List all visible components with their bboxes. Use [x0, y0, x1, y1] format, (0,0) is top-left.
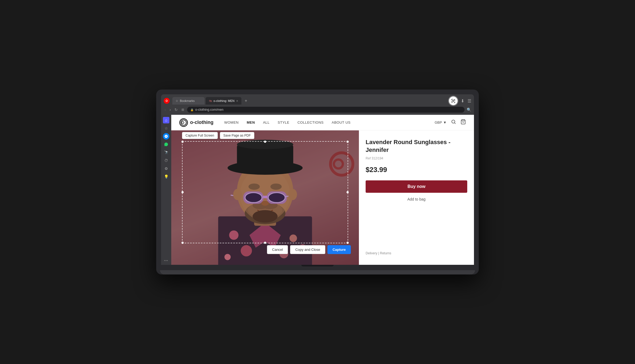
nav-collections[interactable]: COLLECTIONS [297, 120, 323, 124]
active-tab[interactable]: 🛍 o-clothing: MEN ✕ [206, 97, 241, 105]
laptop-screen: O ☆ Bookmarks 🛍 o-clothing: MEN ✕ + [161, 94, 474, 265]
bookmarks-tab-icon: ☆ [176, 99, 178, 103]
handle-bottom-center[interactable] [264, 242, 266, 244]
handle-middle-left[interactable] [181, 191, 184, 193]
new-tab-button[interactable]: + [242, 98, 249, 103]
capture-selection-box[interactable] [182, 141, 348, 243]
nav-all[interactable]: ALL [263, 120, 270, 124]
svg-point-11 [241, 245, 252, 256]
opera-sidebar: ⌂ ☆ 🔭 ⏱ ⚙ 💡 ••• [161, 115, 171, 265]
laptop-camera-notch [301, 265, 334, 266]
handle-bottom-left[interactable] [181, 242, 184, 244]
currency-arrow: ▼ [443, 120, 447, 124]
laptop-frame: O ☆ Bookmarks 🛍 o-clothing: MEN ✕ + [156, 90, 479, 274]
product-footer: Delivery | Returns [366, 246, 467, 255]
svg-point-2 [182, 122, 184, 124]
handle-top-left[interactable] [181, 141, 184, 143]
opera-icon: O [164, 98, 170, 104]
address-text: o-clothing.com/men [195, 108, 223, 112]
product-image-section: Capture Full Screen Save Page as PDF [171, 130, 359, 265]
download-icon[interactable]: ⬇ [461, 98, 464, 104]
buy-now-button[interactable]: Buy now [366, 180, 467, 193]
svg-point-0 [452, 100, 454, 101]
site-logo[interactable]: o-clothing [179, 118, 213, 127]
svg-point-13 [224, 254, 231, 260]
copy-close-button[interactable]: Copy and Close [290, 245, 325, 254]
sidebar-home-icon[interactable]: ⌂ [163, 117, 169, 123]
nav-style[interactable]: STYLE [278, 120, 290, 124]
nav-men[interactable]: MEN [247, 120, 255, 124]
cancel-button[interactable]: Cancel [267, 245, 288, 254]
capture-actions: Cancel Copy and Close Capture [267, 245, 351, 254]
lock-icon: 🔒 [190, 108, 194, 111]
nav-links: WOMEN MEN ALL STYLE COLLECTIONS ABOUT US [224, 120, 435, 124]
search-icon[interactable]: 🔍 [467, 108, 471, 112]
capture-button[interactable]: Capture [327, 245, 351, 254]
logo-icon [179, 118, 188, 127]
laptop-bottom-bezel [161, 265, 474, 270]
extensions-button[interactable]: ⊞ [181, 107, 185, 112]
product-ref: Ref 312/194 [366, 156, 467, 160]
sidebar-clock-icon[interactable]: ⏱ [163, 157, 169, 164]
search-nav-icon[interactable] [451, 119, 456, 126]
browser-chrome: O ☆ Bookmarks 🛍 o-clothing: MEN ✕ + [161, 94, 474, 115]
bookmarks-tab[interactable]: ☆ Bookmarks [172, 97, 205, 105]
screenshot-button[interactable] [449, 97, 458, 105]
content-area: ⌂ ☆ 🔭 ⏱ ⚙ 💡 ••• [161, 115, 474, 265]
currency-selector[interactable]: GBP ▼ [435, 120, 447, 124]
currency-label: GBP [435, 120, 442, 124]
tabs-row: O ☆ Bookmarks 🛍 o-clothing: MEN ✕ + [164, 97, 471, 105]
menu-icon[interactable]: ☰ [468, 98, 471, 104]
back-button[interactable]: ‹ [164, 107, 167, 113]
sidebar-history-icon[interactable]: 🔭 [163, 149, 169, 156]
forward-button[interactable]: › [169, 107, 172, 113]
handle-top-center[interactable] [264, 141, 266, 143]
sidebar-settings-icon[interactable]: ⚙ [163, 165, 169, 172]
add-to-bag-link[interactable]: Add to bag [366, 195, 467, 203]
svg-point-3 [452, 120, 455, 123]
save-pdf-button[interactable]: Save Page as PDF [220, 132, 254, 139]
sidebar-idea-icon[interactable]: 💡 [163, 173, 169, 180]
active-tab-icon: 🛍 [209, 99, 212, 102]
cart-icon[interactable] [461, 119, 466, 126]
tab-close-icon[interactable]: ✕ [236, 99, 238, 102]
capture-toolbar: Capture Full Screen Save Page as PDF [182, 132, 254, 139]
site-navigation: o-clothing WOMEN MEN ALL STYLE COLLECTIO… [171, 115, 474, 130]
laptop-base [160, 270, 475, 274]
sidebar-messenger-icon[interactable] [163, 133, 169, 140]
bookmarks-tab-label: Bookmarks [180, 99, 195, 102]
reload-button[interactable]: ↻ [174, 107, 179, 113]
product-area: Capture Full Screen Save Page as PDF [171, 130, 474, 265]
product-title: Lavender Round Sunglasses - Jennifer [366, 138, 467, 154]
sidebar-whatsapp-icon[interactable] [163, 141, 169, 148]
delivery-returns-text[interactable]: Delivery | Returns [366, 251, 391, 255]
nav-about[interactable]: ABOUT US [332, 120, 351, 124]
product-info: Lavender Round Sunglasses - Jennifer Ref… [359, 130, 474, 265]
nav-right: GBP ▼ [435, 119, 466, 126]
browser-toolbar: ‹ › ↻ ⊞ 🔒 o-clothing.com/men 🔍 [164, 107, 471, 113]
nav-women[interactable]: WOMEN [224, 120, 239, 124]
capture-fullscreen-button[interactable]: Capture Full Screen [182, 132, 218, 139]
product-price: $23.99 [366, 166, 467, 174]
sidebar-more-dots[interactable]: ••• [164, 259, 168, 263]
browser-actions: 🔍 [467, 108, 471, 112]
active-tab-label: o-clothing: MEN [213, 99, 234, 102]
website-content: o-clothing WOMEN MEN ALL STYLE COLLECTIO… [171, 115, 474, 265]
address-bar[interactable]: 🔒 o-clothing.com/men [187, 107, 465, 113]
sidebar-bookmarks-icon[interactable]: ☆ [163, 125, 169, 131]
logo-text: o-clothing [190, 120, 213, 125]
